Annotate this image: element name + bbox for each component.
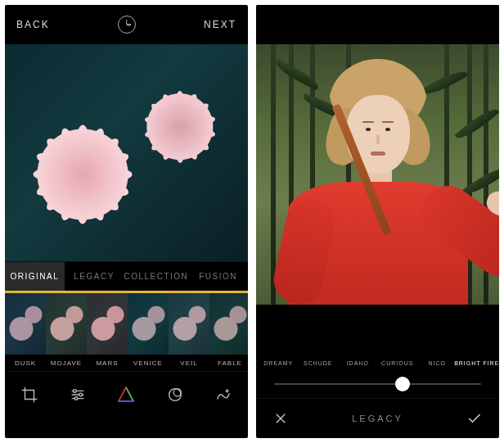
adjust-icon[interactable] (67, 384, 88, 405)
svg-point-0 (74, 389, 77, 392)
flower-large (38, 129, 128, 219)
filter-thumb (87, 293, 128, 355)
photo-canvas[interactable] (256, 44, 499, 305)
filter-label: MARS (87, 355, 128, 371)
filter-label: SCHUDE (299, 355, 338, 370)
top-spacer (256, 5, 499, 44)
editor-screen-intensity: DREAMY SCHUDE IDAHO CURIOUS NICO BRIGHT … (256, 5, 499, 438)
filter-label: DUSK (5, 355, 46, 371)
filter-thumb (46, 293, 87, 355)
filter-thumb (379, 310, 417, 355)
filter-thumb (299, 310, 338, 355)
cancel-button[interactable] (271, 409, 290, 428)
filter-thumb (5, 293, 46, 355)
filter-dusk[interactable]: DUSK (5, 291, 46, 371)
filter-thumb (209, 293, 248, 355)
filter-label: DREAMY (259, 355, 298, 370)
photo-subject (288, 92, 468, 305)
prism-icon[interactable] (115, 384, 137, 405)
next-button[interactable]: NEXT (204, 19, 236, 30)
filter-thumb (128, 293, 169, 355)
slider-knob[interactable] (395, 377, 410, 391)
filter-thumb (259, 310, 298, 355)
filter-label: BRIGHT FIRE (458, 355, 497, 370)
filter-mojave[interactable]: MOJAVE (46, 291, 87, 371)
filter-label: CURIOUS (379, 355, 417, 370)
filter-strip[interactable]: DREAMY SCHUDE IDAHO CURIOUS NICO BRIGHT … (256, 305, 499, 370)
filter-label: FABLE (209, 355, 248, 371)
current-pack-label: LEGACY (352, 414, 403, 423)
filter-mars[interactable]: MARS (87, 291, 128, 371)
filter-strip[interactable]: DUSK MOJAVE MARS VENICE VEIL FABLE (5, 291, 248, 371)
filter-category-tabs: ORIGINAL LEGACY COLLECTION FUSION (5, 261, 248, 291)
filter-idaho[interactable]: IDAHO (339, 310, 377, 370)
intensity-slider[interactable] (256, 370, 499, 398)
confirm-button[interactable] (465, 409, 484, 428)
filter-venice[interactable]: VENICE (128, 291, 169, 371)
svg-point-2 (74, 396, 78, 400)
flower-small (147, 94, 213, 160)
filter-fable[interactable]: FABLE (209, 291, 248, 371)
crop-icon[interactable] (19, 384, 40, 405)
filter-veil[interactable]: VEIL (169, 291, 209, 371)
filter-bright-fire[interactable]: BRIGHT FIRE (458, 310, 497, 370)
editor-screen-filters: BACK NEXT ORIGINAL LEGACY COLLECTION FUS… (5, 5, 248, 438)
top-nav: BACK NEXT (5, 5, 248, 44)
slider-track (274, 383, 481, 385)
filter-thumb (169, 293, 209, 355)
effects-icon[interactable] (213, 384, 234, 405)
photo-canvas[interactable] (5, 44, 248, 261)
svg-point-1 (79, 393, 83, 396)
filter-curious[interactable]: CURIOUS (379, 310, 417, 370)
vignette-icon[interactable] (164, 384, 186, 405)
tab-legacy[interactable]: LEGACY (65, 262, 124, 291)
back-button[interactable]: BACK (16, 19, 50, 30)
filter-label: NICO (418, 355, 457, 370)
filter-label: MOJAVE (46, 355, 87, 371)
filter-label: VENICE (128, 355, 169, 371)
tab-original[interactable]: ORIGINAL (5, 262, 65, 291)
filter-label: VEIL (169, 355, 209, 371)
bottom-bar: LEGACY (256, 398, 499, 438)
filter-thumb (458, 310, 497, 355)
svg-point-4 (173, 388, 181, 396)
filter-label: IDAHO (339, 355, 377, 370)
filter-schude[interactable]: SCHUDE (299, 310, 338, 370)
filter-thumb (418, 310, 457, 355)
tab-collection[interactable]: COLLECTION (124, 262, 188, 291)
filter-thumb (339, 310, 377, 355)
svg-point-3 (169, 388, 182, 400)
filter-nico[interactable]: NICO (418, 310, 457, 370)
history-icon[interactable] (118, 16, 136, 34)
filter-dreamy[interactable]: DREAMY (259, 310, 298, 370)
tool-bar (5, 371, 248, 417)
tab-fusion[interactable]: FUSION (188, 262, 248, 291)
